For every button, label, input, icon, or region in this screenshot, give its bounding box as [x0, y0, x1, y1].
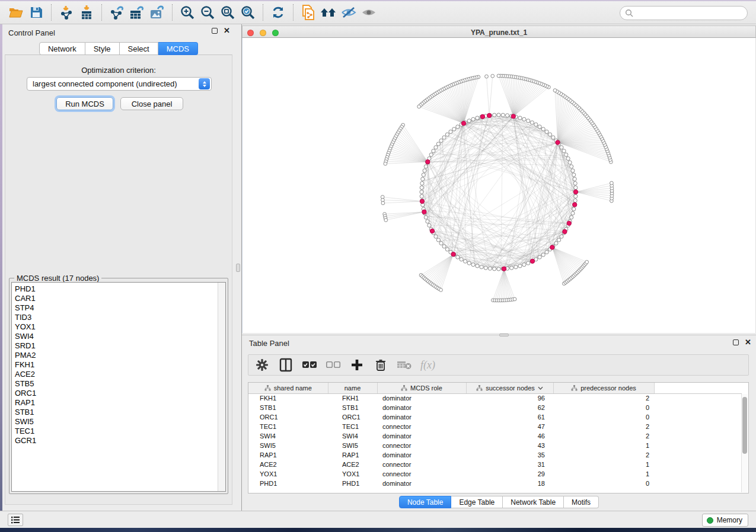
column-header-predecessor-nodes[interactable]: predecessor nodes [553, 383, 654, 393]
deselect-all-icon[interactable] [326, 357, 341, 373]
import-network-icon[interactable] [56, 3, 76, 22]
zoom-fit-icon[interactable] [218, 3, 238, 22]
tab-mcds[interactable]: MCDS [158, 42, 198, 55]
cell-successor-nodes[interactable]: 61 [466, 412, 553, 422]
cell-successor-nodes[interactable]: 31 [466, 460, 553, 469]
table-row[interactable]: RAP1RAP1dominator352 [248, 450, 742, 460]
cell-successor-nodes[interactable]: 35 [466, 450, 553, 460]
cell-MCDS-role[interactable]: connector [377, 460, 466, 469]
cell-successor-nodes[interactable]: 47 [466, 422, 553, 431]
cell-predecessor-nodes[interactable]: 1 [553, 469, 654, 479]
import-table-icon[interactable] [76, 3, 97, 22]
cell-shared-name[interactable]: ACE2 [248, 460, 328, 469]
mcds-result-item[interactable]: GCR1 [15, 436, 225, 446]
cell-MCDS-role[interactable]: connector [377, 469, 466, 479]
tab-edge-table[interactable]: Edge Table [451, 496, 503, 508]
export-table-icon[interactable] [127, 3, 147, 22]
mcds-result-item[interactable]: PHD1 [15, 284, 225, 294]
select-all-icon[interactable] [302, 357, 317, 373]
table-row[interactable]: STB1STB1dominator620 [248, 403, 742, 412]
cell-predecessor-nodes[interactable]: 2 [553, 450, 654, 460]
cell-name[interactable]: SWI4 [328, 431, 377, 441]
cell-name[interactable]: STB1 [328, 403, 377, 412]
mcds-result-item[interactable]: ACE2 [15, 370, 225, 379]
tab-node-table[interactable]: Node Table [399, 496, 452, 508]
memory-button[interactable]: Memory [702, 514, 748, 527]
tab-select[interactable]: Select [120, 42, 158, 55]
mcds-result-item[interactable]: TEC1 [15, 427, 225, 436]
horizontal-splitter-grip[interactable] [499, 334, 509, 336]
table-row[interactable]: SWI5SWI5connector431 [248, 441, 742, 450]
table-row[interactable]: ORC1ORC1dominator610 [248, 412, 742, 422]
cell-MCDS-role[interactable]: dominator [377, 450, 466, 460]
cell-shared-name[interactable]: TEC1 [248, 422, 328, 431]
cell-name[interactable]: ACE2 [328, 460, 377, 469]
run-mcds-button[interactable]: Run MCDS [56, 97, 113, 110]
cell-predecessor-nodes[interactable]: 0 [553, 403, 654, 412]
table-row[interactable]: PHD1PHD1dominator180 [248, 479, 742, 488]
table-scrollbar[interactable] [741, 394, 748, 492]
save-session-icon[interactable] [26, 3, 46, 22]
tab-style[interactable]: Style [85, 42, 120, 55]
mcds-result-item[interactable]: SWI5 [15, 417, 225, 427]
splitter-grip[interactable] [236, 264, 240, 272]
zoom-selected-icon[interactable] [238, 3, 258, 22]
cell-predecessor-nodes[interactable]: 1 [553, 460, 654, 469]
cell-successor-nodes[interactable]: 43 [466, 441, 553, 450]
first-neighbors-icon[interactable] [318, 3, 339, 22]
column-layout-icon[interactable] [278, 357, 294, 373]
cell-shared-name[interactable]: PHD1 [248, 479, 328, 488]
show-all-icon[interactable] [359, 3, 379, 22]
column-header-shared-name[interactable]: shared name [248, 383, 328, 393]
mcds-result-item[interactable]: CAR1 [15, 294, 225, 303]
network-titlebar[interactable]: YPA_prune.txt_1 [242, 25, 756, 38]
cell-shared-name[interactable]: ORC1 [248, 412, 328, 422]
vertical-splitter[interactable] [235, 24, 242, 511]
export-image-icon[interactable] [147, 3, 167, 22]
cell-shared-name[interactable]: YOX1 [248, 469, 328, 479]
cell-MCDS-role[interactable]: dominator [377, 479, 466, 488]
close-panel-button[interactable]: Close panel [120, 97, 183, 110]
float-panel-icon[interactable] [733, 339, 739, 345]
cell-MCDS-role[interactable]: dominator [377, 412, 466, 422]
delete-column-icon[interactable] [373, 357, 388, 373]
tab-motifs[interactable]: Motifs [564, 496, 599, 508]
zoom-in-icon[interactable] [177, 3, 197, 22]
float-panel-icon[interactable] [212, 28, 218, 34]
criterion-select[interactable]: largest connected component (undirected) [27, 77, 212, 91]
refresh-layout-icon[interactable] [268, 3, 288, 22]
cell-shared-name[interactable]: SWI4 [248, 431, 328, 441]
cell-successor-nodes[interactable]: 18 [466, 479, 553, 488]
cell-successor-nodes[interactable]: 96 [466, 393, 553, 403]
cell-predecessor-nodes[interactable]: 2 [553, 393, 654, 403]
cell-name[interactable]: PHD1 [328, 479, 377, 488]
cell-successor-nodes[interactable]: 29 [466, 469, 553, 479]
cell-predecessor-nodes[interactable]: 2 [553, 431, 654, 441]
cell-MCDS-role[interactable]: dominator [377, 393, 466, 403]
tab-network[interactable]: Network [39, 42, 85, 55]
open-folder-icon[interactable] [6, 3, 26, 22]
cell-name[interactable]: YOX1 [328, 469, 377, 479]
cell-predecessor-nodes[interactable]: 1 [553, 441, 654, 450]
close-panel-icon[interactable]: ✕ [224, 28, 230, 34]
table-row[interactable]: SWI4SWI4dominator462 [248, 431, 742, 441]
gear-icon[interactable] [254, 357, 270, 373]
cell-shared-name[interactable]: SWI5 [248, 441, 328, 450]
mcds-result-item[interactable]: YOX1 [15, 322, 225, 332]
zoom-out-icon[interactable] [197, 3, 218, 22]
table-row[interactable]: FKH1FKH1dominator962 [248, 393, 742, 403]
panel-list-button[interactable] [8, 514, 23, 526]
tab-network-table[interactable]: Network Table [503, 496, 564, 508]
hide-selected-icon[interactable] [339, 3, 359, 22]
cell-name[interactable]: FKH1 [328, 393, 377, 403]
cell-name[interactable]: RAP1 [328, 450, 377, 460]
mcds-result-item[interactable]: FKH1 [15, 360, 225, 370]
mcds-result-item[interactable]: SWI4 [15, 332, 225, 341]
cell-predecessor-nodes[interactable]: 0 [553, 479, 654, 488]
node-table[interactable]: shared namenameMCDS rolesuccessor nodesp… [248, 382, 749, 493]
cell-MCDS-role[interactable]: dominator [377, 403, 466, 412]
table-scrollbar-thumb[interactable] [742, 397, 747, 454]
cell-name[interactable]: SWI5 [328, 441, 377, 450]
cell-name[interactable]: TEC1 [328, 422, 377, 431]
table-row[interactable]: TEC1TEC1connector472 [248, 422, 742, 431]
